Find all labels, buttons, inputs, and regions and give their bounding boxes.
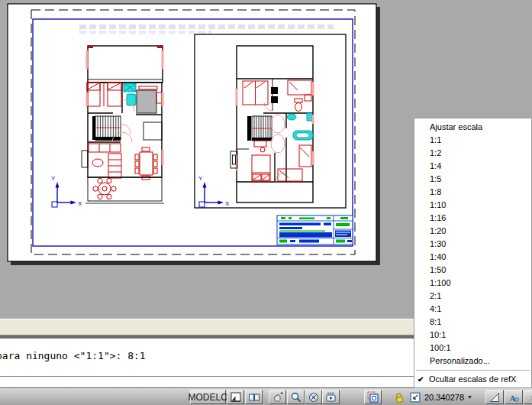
viewport-annotation-icon	[367, 391, 379, 403]
scale-menu-item[interactable]: 100:1	[414, 342, 531, 355]
scale-menu-item[interactable]: 1:10	[414, 199, 531, 212]
steering-wheel-button[interactable]	[305, 390, 322, 404]
scale-menu-item[interactable]: 1:50	[414, 264, 531, 277]
annotation-scale-value: 20.340278	[424, 393, 464, 402]
checkmark-icon: ✔	[418, 373, 429, 386]
steering-wheel-icon	[308, 391, 320, 403]
scale-menu-item[interactable]: 1:1	[414, 134, 531, 147]
ui-lock-button[interactable]	[392, 390, 406, 404]
annotation-scale-icon	[409, 390, 422, 403]
annotation-disabled-icon: A	[527, 391, 532, 403]
annotation-autoscale-button[interactable]	[485, 390, 504, 404]
show-motion-button[interactable]	[322, 390, 340, 404]
zoom-icon	[290, 391, 302, 403]
scale-menu-item[interactable]: 1:20	[414, 225, 531, 238]
ui-lock-icon	[392, 390, 406, 404]
quick-view-drawings-button[interactable]	[245, 390, 263, 404]
scale-menu-list: Ajustar escala 1:1 1:2 1:4 1:5 1:8 1:10 …	[414, 118, 531, 368]
menu-separator	[416, 370, 530, 371]
annotation-autoscale-icon	[488, 391, 501, 403]
svg-text:A: A	[510, 393, 516, 402]
pan-button[interactable]	[269, 390, 286, 404]
annotation-scale-dropdown-arrow[interactable]: ▼	[467, 394, 472, 400]
scale-context-menu: Ajustar escala 1:1 1:2 1:4 1:5 1:8 1:10 …	[414, 118, 532, 388]
zoom-button[interactable]	[287, 390, 305, 404]
viewport-annotation-button[interactable]	[364, 390, 382, 404]
scale-menu-item[interactable]: 1:30	[414, 238, 531, 251]
scale-menu-item[interactable]: 1:40	[414, 251, 531, 264]
annotation-visibility-icon: A	[508, 391, 520, 403]
pan-icon	[272, 391, 284, 403]
autocad-window: Y X Y X	[0, 0, 532, 405]
quick-view-drawings-icon	[248, 391, 260, 403]
model-button[interactable]: MODELO	[190, 390, 226, 404]
command-history-line: para ninguno <"1:1">: 8:1	[0, 350, 146, 361]
title-block	[277, 215, 353, 245]
scale-menu-item[interactable]: 1:4	[414, 160, 531, 173]
ucs-x-label: X	[225, 200, 230, 207]
scale-menu-item[interactable]: 8:1	[414, 316, 531, 329]
svg-text:A: A	[529, 393, 532, 402]
scale-menu-item-hide-xref[interactable]: ✔Ocultar escalas de refX	[414, 373, 531, 386]
scale-menu-item[interactable]: 1:16	[414, 212, 531, 225]
scale-menu-item[interactable]: 10:1	[414, 329, 531, 342]
annotation-visibility-button[interactable]: A	[505, 390, 523, 404]
scale-menu-item[interactable]: 1:8	[414, 186, 531, 199]
ucs-y-label: Y	[198, 175, 203, 182]
quick-view-layouts-icon	[230, 391, 242, 403]
scale-menu-item[interactable]: 2:1	[414, 290, 531, 303]
scale-menu-item[interactable]: 4:1	[414, 303, 531, 316]
ucs-y-label: Y	[51, 175, 56, 182]
annotation-scale-control[interactable]: 20.340278 ▼	[409, 390, 472, 403]
quick-view-layouts-button[interactable]	[227, 390, 244, 404]
status-bar: MODELO	[0, 387, 532, 405]
show-motion-icon	[325, 391, 337, 403]
scale-menu-item[interactable]: Ajustar escala	[414, 121, 531, 134]
scale-menu-item[interactable]: 1:5	[414, 173, 531, 186]
scale-menu-item[interactable]: 1:2	[414, 147, 531, 160]
ucs-x-label: X	[78, 200, 82, 207]
scale-menu-item[interactable]: 1:100	[414, 277, 531, 290]
scale-menu-item[interactable]: Personalizado...	[414, 355, 531, 368]
annotation-disabled-button[interactable]: A	[524, 390, 532, 404]
